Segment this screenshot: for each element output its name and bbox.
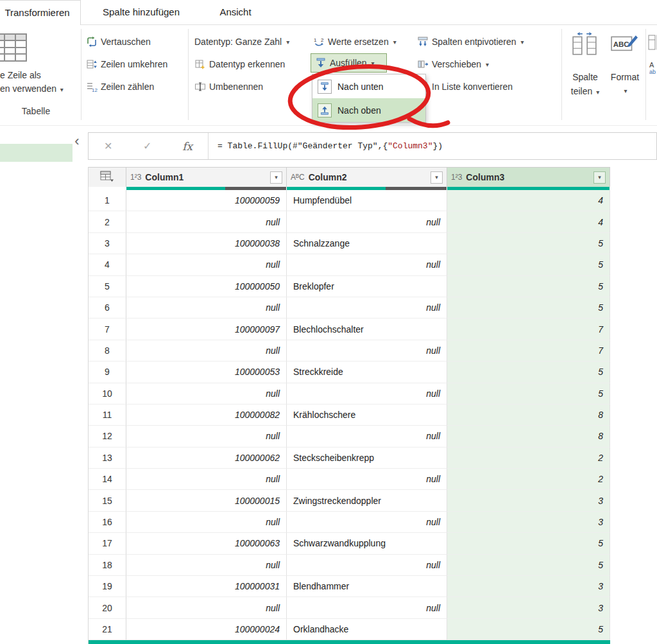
column2-cell[interactable]: Breklopfer (287, 276, 447, 297)
transpose-button[interactable]: Vertauschen (86, 33, 151, 50)
clipped-merge-columns-icon[interactable] (648, 34, 657, 53)
column2-cell[interactable]: Orklandhacke (287, 619, 447, 640)
column3-cell[interactable]: 7 (447, 340, 610, 361)
fill-button[interactable]: Ausfüllen ▾ (311, 53, 387, 73)
column3-cell[interactable]: 3 (447, 576, 610, 597)
datatype-abc-icon[interactable]: AᴮC (291, 173, 305, 182)
column3-cell[interactable]: 8 (447, 405, 610, 426)
row-number-cell[interactable]: 1 (89, 190, 126, 211)
row-number-cell[interactable]: 17 (89, 533, 126, 554)
column3-cell[interactable]: 3 (447, 597, 610, 618)
column3-cell[interactable]: 5 (447, 361, 610, 383)
column1-cell[interactable]: 100000050 (126, 276, 287, 297)
column2-cell[interactable]: null (287, 555, 447, 576)
column3-cell[interactable]: 5 (447, 619, 610, 640)
row-number-cell[interactable]: 6 (89, 297, 126, 318)
column3-cell[interactable]: 3 (447, 490, 610, 511)
column1-cell[interactable]: null (126, 383, 287, 405)
column3-cell[interactable]: 5 (447, 533, 610, 554)
column3-cell[interactable]: 7 (447, 318, 610, 340)
column2-cell[interactable]: null (287, 211, 447, 232)
tab-spalte-hinzufuegen[interactable]: Spalte hinzufügen (89, 0, 194, 24)
column-header-column2[interactable]: AᴮC Column2 ▾ (287, 167, 447, 187)
filter-dropdown-icon[interactable]: ▾ (270, 171, 282, 184)
row-number-cell[interactable]: 15 (89, 490, 126, 511)
row-number-cell[interactable]: 19 (89, 576, 126, 597)
column1-cell[interactable]: 100000038 (126, 233, 287, 254)
row-number-cell[interactable]: 20 (89, 597, 126, 618)
replace-values-button[interactable]: 12 Werte ersetzen ▾ (313, 33, 397, 50)
column3-cell[interactable]: 5 (447, 233, 610, 254)
column1-cell[interactable]: null (126, 469, 287, 490)
column1-cell[interactable]: null (126, 297, 287, 318)
count-rows-button[interactable]: 123 Zeilen zählen (86, 78, 154, 95)
datatype-dropdown-button[interactable]: Datentyp: Ganze Zahl ▾ (194, 33, 289, 50)
column1-cell[interactable]: 100000024 (126, 619, 287, 640)
formula-input[interactable]: = Table.FillUp(#"Geänderter Typ",{"Colum… (209, 141, 443, 151)
unpivot-columns-button[interactable]: Spalten entpivotieren ▾ (417, 33, 524, 50)
column3-cell[interactable]: 4 (447, 211, 610, 232)
row-number-cell[interactable]: 18 (89, 555, 126, 576)
column1-cell[interactable]: null (126, 426, 287, 447)
column1-cell[interactable]: 100000031 (126, 576, 287, 597)
column1-cell[interactable]: null (126, 340, 287, 361)
use-first-row-as-headers-button[interactable]: e Zeile als en verwenden ▾ (0, 69, 64, 96)
column2-cell[interactable]: null (287, 383, 447, 405)
row-number-cell[interactable]: 2 (89, 211, 126, 232)
column3-cell[interactable]: 5 (447, 297, 610, 318)
column3-cell[interactable]: 8 (447, 426, 610, 447)
column2-cell[interactable]: Streckkreide (287, 361, 447, 383)
column3-cell[interactable]: 2 (447, 448, 610, 469)
column3-cell[interactable]: 3 (447, 512, 610, 533)
rename-button[interactable]: Umbenennen (194, 78, 263, 95)
column2-cell[interactable]: null (287, 512, 447, 533)
column3-cell[interactable]: 4 (447, 190, 610, 211)
column2-cell[interactable]: Blechlochschalter (287, 318, 447, 340)
split-column-button[interactable]: Spalte teilen ▾ (563, 70, 607, 100)
column2-cell[interactable]: Krählochschere (287, 405, 447, 426)
column2-cell[interactable]: Steckscheibenkrepp (287, 448, 447, 469)
column2-cell[interactable]: Schnalzzange (287, 233, 447, 254)
datatype-123-icon[interactable]: 1²3 (451, 173, 462, 182)
column2-cell[interactable]: null (287, 340, 447, 361)
cancel-formula-button[interactable]: ✕ (104, 140, 112, 152)
column1-cell[interactable]: 100000053 (126, 361, 287, 383)
column1-cell[interactable]: 100000062 (126, 448, 287, 469)
column3-cell[interactable]: 5 (447, 555, 610, 576)
row-number-cell[interactable]: 12 (89, 426, 126, 447)
row-number-cell[interactable]: 8 (89, 340, 126, 361)
column1-cell[interactable]: null (126, 555, 287, 576)
row-number-cell[interactable]: 13 (89, 448, 126, 469)
convert-to-list-button[interactable]: In Liste konvertieren (417, 78, 513, 95)
column2-cell[interactable]: Blendhammer (287, 576, 447, 597)
row-number-cell[interactable]: 5 (89, 276, 126, 297)
column1-cell[interactable]: null (126, 512, 287, 533)
selected-query-item[interactable] (0, 144, 73, 162)
column3-cell[interactable]: 5 (447, 383, 610, 405)
column2-cell[interactable]: Schwarzwandkupplung (287, 533, 447, 554)
column-header-column3-selected[interactable]: 1²3 Column3 ▾ (447, 167, 610, 187)
row-number-cell[interactable]: 9 (89, 361, 126, 383)
row-number-cell[interactable]: 3 (89, 233, 126, 254)
column-header-column1[interactable]: 1²3 Column1 ▾ (126, 167, 287, 187)
datatype-123-icon[interactable]: 1²3 (130, 173, 141, 182)
format-button[interactable]: Format ▾ (606, 70, 644, 98)
column1-cell[interactable]: 100000063 (126, 533, 287, 554)
filter-dropdown-icon[interactable]: ▾ (593, 171, 606, 184)
column1-cell[interactable]: null (126, 597, 287, 618)
fill-menu-item-nach-oben[interactable]: Nach oben (312, 98, 425, 122)
column1-cell[interactable]: null (126, 211, 287, 232)
column2-cell[interactable]: null (287, 254, 447, 275)
detect-datatype-button[interactable]: Datentyp erkennen (194, 56, 285, 73)
column3-cell[interactable]: 5 (447, 276, 610, 297)
format-icon[interactable]: ABC (610, 31, 639, 61)
row-number-cell[interactable]: 21 (89, 619, 126, 640)
use-first-row-as-headers-icon[interactable] (0, 30, 28, 66)
column3-cell[interactable]: 5 (447, 254, 610, 275)
column3-cell[interactable]: 2 (447, 469, 610, 490)
select-all-corner-button[interactable] (89, 167, 126, 187)
column1-cell[interactable]: 100000082 (126, 405, 287, 426)
row-number-cell[interactable]: 11 (89, 405, 126, 426)
row-number-cell[interactable]: 14 (89, 469, 126, 490)
column2-cell[interactable]: null (287, 297, 447, 318)
